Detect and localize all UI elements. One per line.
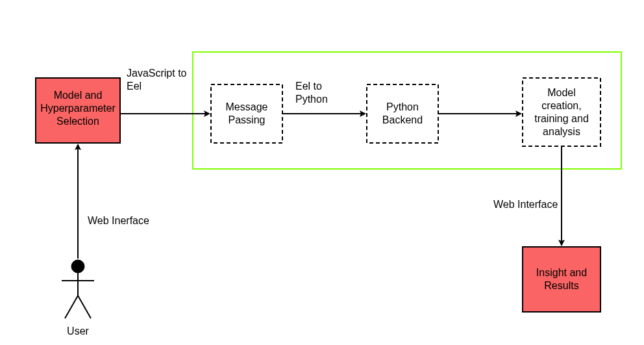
node-python-backend: Python Backend (367, 84, 438, 143)
node-model-selection-line1: Model and (54, 90, 103, 101)
node-model-selection-line2: Hyperparameter (40, 103, 116, 114)
edge-js-to-eel-label-line2: Eel (127, 81, 142, 92)
architecture-diagram: Model and Hyperparameter Selection Messa… (0, 0, 644, 345)
actor-user-label: User (67, 326, 89, 337)
edge-eel-to-python-label-line1: Eel to (295, 81, 322, 92)
svg-rect-2 (367, 84, 438, 143)
node-model-creation-line2: creation, (541, 100, 581, 111)
node-message-passing-line1: Message (226, 101, 268, 112)
node-insight-results-line2: Results (544, 280, 578, 291)
edge-to-insight-label: Web Interface (493, 199, 558, 210)
node-model-creation-line1: Model (547, 87, 576, 98)
node-model-selection-line3: Selection (56, 116, 99, 127)
edge-eel-to-python-label-line2: Python (295, 94, 328, 105)
svg-rect-1 (211, 84, 282, 143)
node-message-passing: Message Passing (211, 84, 282, 143)
node-model-creation-line3: training and (534, 113, 589, 124)
svg-rect-4 (523, 247, 601, 312)
svg-line-9 (65, 296, 78, 318)
node-message-passing-line2: Passing (229, 114, 266, 125)
svg-point-6 (71, 260, 84, 273)
edge-js-to-eel-label-line1: JavaScript to (127, 68, 187, 79)
node-insight-results: Insight and Results (523, 247, 601, 312)
node-model-selection: Model and Hyperparameter Selection (36, 78, 120, 143)
edge-user-to-model-label: Web Inerface (88, 215, 149, 226)
node-python-backend-line2: Backend (382, 114, 423, 125)
node-model-creation-line4: analysis (543, 126, 580, 137)
actor-user: User (62, 260, 94, 337)
node-insight-results-line1: Insight and (536, 267, 587, 278)
node-python-backend-line1: Python (386, 101, 419, 112)
node-model-creation: Model creation, training and analysis (523, 78, 601, 146)
svg-line-10 (78, 296, 91, 318)
